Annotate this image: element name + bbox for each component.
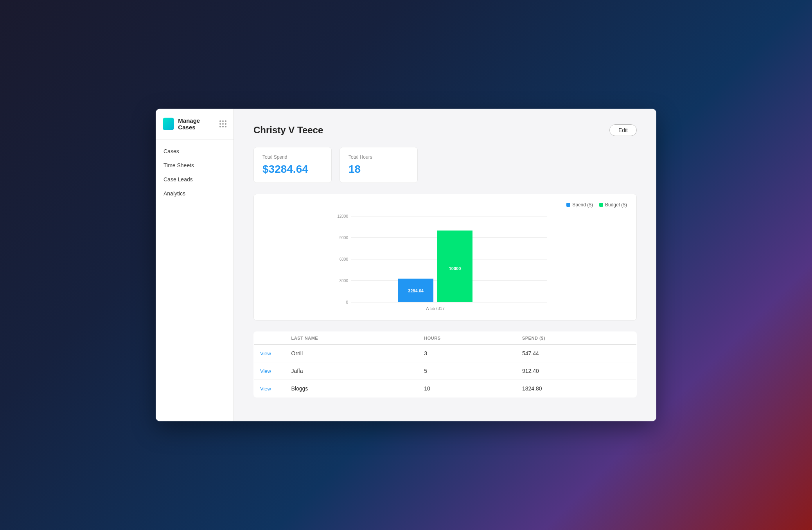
- svg-text:A-557317: A-557317: [426, 306, 445, 311]
- chart-area: 12000 9000 6000 3000 0 3284.64 1000: [263, 212, 627, 314]
- edit-button[interactable]: Edit: [609, 124, 637, 136]
- col-header-action: [254, 332, 285, 345]
- bar-chart-svg: 12000 9000 6000 3000 0 3284.64 1000: [263, 212, 627, 314]
- sidebar-item-time-sheets[interactable]: Time Sheets: [156, 158, 234, 172]
- row-action-2: View: [254, 380, 285, 398]
- row-last-name-2: Bloggs: [285, 380, 418, 398]
- view-button-1[interactable]: View: [260, 368, 271, 374]
- data-table: Last Name Hours Spend ($) View Orrill 3 …: [253, 331, 637, 398]
- svg-text:6000: 6000: [340, 257, 349, 261]
- row-last-name-0: Orrill: [285, 345, 418, 362]
- svg-text:3000: 3000: [340, 279, 349, 283]
- svg-text:0: 0: [346, 300, 348, 304]
- total-hours-value: 18: [349, 163, 409, 175]
- col-header-spend: Spend ($): [516, 332, 637, 345]
- sidebar-item-case-leads[interactable]: Case Leads: [156, 172, 234, 186]
- legend-spend-label: Spend ($): [572, 202, 593, 208]
- total-spend-card: Total Spend $3284.64: [253, 147, 332, 183]
- svg-text:12000: 12000: [337, 214, 348, 218]
- nav-list: Cases Time Sheets Case Leads Analytics: [156, 140, 234, 205]
- legend-budget: Budget ($): [599, 202, 627, 208]
- view-button-2[interactable]: View: [260, 386, 271, 392]
- total-hours-label: Total Hours: [349, 154, 409, 160]
- app-window: Manage Cases Cases Time Sheets Case Lead…: [156, 109, 656, 421]
- sidebar-item-analytics[interactable]: Analytics: [156, 186, 234, 201]
- legend-spend-dot: [566, 203, 570, 207]
- stats-row: Total Spend $3284.64 Total Hours 18: [253, 147, 637, 183]
- sidebar-header: Manage Cases: [156, 109, 234, 140]
- chart-legend: Spend ($) Budget ($): [263, 202, 627, 208]
- table-header-row: Last Name Hours Spend ($): [254, 332, 637, 345]
- row-spend-0: 547.44: [516, 345, 637, 362]
- table-row: View Jaffa 5 912.40: [254, 362, 637, 380]
- legend-budget-label: Budget ($): [605, 202, 627, 208]
- app-title: Manage Cases: [178, 117, 216, 131]
- total-hours-card: Total Hours 18: [340, 147, 418, 183]
- page-header: Christy V Teece Edit: [253, 124, 637, 136]
- legend-spend: Spend ($): [566, 202, 593, 208]
- row-action-0: View: [254, 345, 285, 362]
- col-header-hours: Hours: [418, 332, 516, 345]
- svg-text:9000: 9000: [340, 236, 349, 240]
- table-row: View Orrill 3 547.44: [254, 345, 637, 362]
- total-spend-value: $3284.64: [262, 163, 323, 175]
- page-title: Christy V Teece: [253, 125, 323, 136]
- col-header-last-name: Last Name: [285, 332, 418, 345]
- svg-text:3284.64: 3284.64: [408, 288, 424, 293]
- view-button-0[interactable]: View: [260, 351, 271, 356]
- row-last-name-1: Jaffa: [285, 362, 418, 380]
- row-hours-0: 3: [418, 345, 516, 362]
- row-hours-2: 10: [418, 380, 516, 398]
- sidebar: Manage Cases Cases Time Sheets Case Lead…: [156, 109, 234, 421]
- total-spend-label: Total Spend: [262, 154, 323, 160]
- row-spend-1: 912.40: [516, 362, 637, 380]
- row-spend-2: 1824.80: [516, 380, 637, 398]
- sidebar-item-cases[interactable]: Cases: [156, 144, 234, 158]
- main-content: Christy V Teece Edit Total Spend $3284.6…: [234, 109, 656, 421]
- app-logo: [163, 118, 174, 130]
- svg-text:10000: 10000: [449, 266, 461, 271]
- menu-dots-icon[interactable]: [219, 120, 226, 127]
- table-row: View Bloggs 10 1824.80: [254, 380, 637, 398]
- row-hours-1: 5: [418, 362, 516, 380]
- chart-container: Spend ($) Budget ($) 12000 9000 6000: [253, 194, 637, 321]
- row-action-1: View: [254, 362, 285, 380]
- legend-budget-dot: [599, 203, 603, 207]
